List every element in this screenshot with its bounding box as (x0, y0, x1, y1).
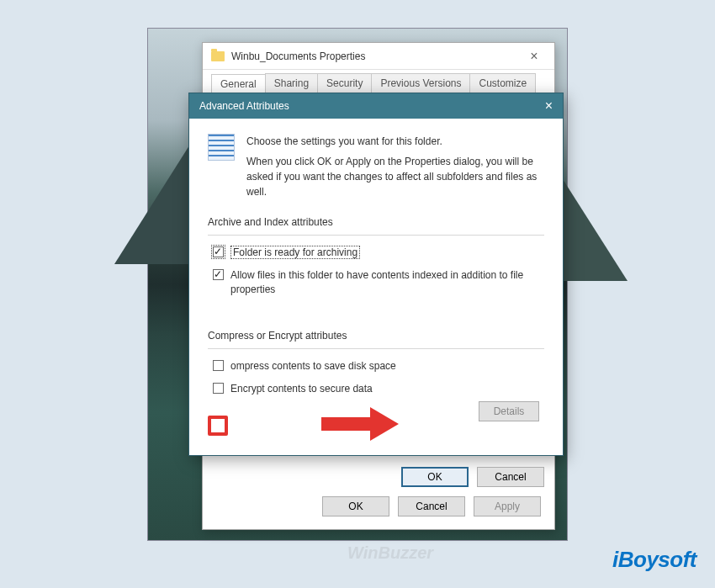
tabs-row: General Sharing Security Previous Versio… (203, 70, 554, 93)
checkbox-encrypt-label: Encrypt contents to secure data (230, 382, 539, 396)
advanced-attributes-dialog: Advanced Attributes × Choose the setting… (188, 93, 564, 456)
dialog-title: Advanced Attributes (199, 100, 545, 112)
tab-security[interactable]: Security (317, 73, 372, 93)
close-icon[interactable]: × (522, 49, 546, 64)
cancel-button[interactable]: Cancel (398, 496, 465, 516)
group-archive-label: Archive and Index attributes (208, 216, 544, 228)
checkbox-compress-label: ompress contents to save disk space (230, 359, 539, 373)
brand-logo: iBoysoft (612, 547, 696, 573)
intro-line-1: Choose the settings you want for this fo… (246, 134, 544, 149)
ok-button[interactable]: OK (401, 467, 469, 487)
checkbox-index-label: Allow files in this folder to have conte… (230, 268, 539, 297)
group-compress-label: Compress or Encrypt attributes (208, 330, 544, 342)
watermark: WinBuzzer (347, 543, 433, 563)
document-icon (208, 134, 235, 161)
details-button[interactable]: Details (479, 401, 539, 421)
close-icon[interactable]: × (545, 98, 553, 114)
checkbox-encrypt[interactable] (213, 383, 224, 394)
apply-button[interactable]: Apply (474, 496, 541, 516)
intro-line-2: When you click OK or Apply on the Proper… (246, 154, 544, 199)
checkbox-compress[interactable] (213, 360, 224, 371)
tab-customize[interactable]: Customize (469, 73, 536, 93)
tab-sharing[interactable]: Sharing (265, 73, 318, 93)
checkbox-index[interactable] (213, 269, 224, 280)
tab-previous-versions[interactable]: Previous Versions (371, 73, 470, 93)
tab-general[interactable]: General (211, 74, 266, 93)
folder-icon (211, 51, 225, 61)
checkbox-archive-label: Folder is ready for archiving (230, 246, 360, 259)
window-title: Winbu_Documents Properties (231, 50, 522, 62)
cancel-button[interactable]: Cancel (477, 467, 544, 487)
ok-button[interactable]: OK (322, 496, 389, 516)
checkbox-archive[interactable] (213, 246, 224, 257)
